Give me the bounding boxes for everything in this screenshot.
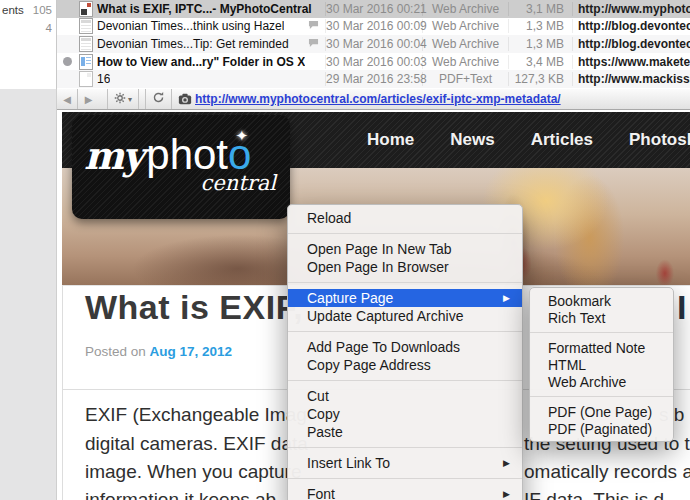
webarchive-icon [79, 18, 93, 34]
menu-item-label: Bookmark [548, 293, 611, 309]
menu-item-web-archive[interactable]: Web Archive [530, 373, 673, 390]
menu-item-html[interactable]: HTML [530, 356, 673, 373]
forward-icon: ▶ [85, 94, 93, 105]
sidebar-item-documents[interactable]: ents 105 [0, 0, 56, 18]
menu-separator [288, 227, 522, 240]
body-text-left: information it keeps ab [85, 489, 276, 500]
menu-item-label: PDF (Paginated) [548, 421, 652, 437]
menu-item-label: Capture Page [307, 290, 393, 306]
nav-item-home[interactable]: Home [367, 130, 414, 150]
sidebar-item-second[interactable]: 4 [0, 18, 56, 36]
body-text-right: IF data. This is d [524, 489, 664, 500]
table-row[interactable]: 1629 Mar 2016 23:58PDF+Text127,3 KBhttp:… [57, 70, 690, 88]
body-text-left: digital cameras. EXIF data [85, 433, 308, 455]
menu-item-copy-page-address[interactable]: Copy Page Address [288, 356, 522, 374]
logo-tagline: central [201, 171, 276, 195]
menu-item-label: Reload [307, 210, 351, 226]
menu-separator [530, 326, 673, 339]
menu-item-font[interactable]: Font▶ [288, 485, 522, 500]
item-name: What is EXIF, IPTC...- MyPhotoCentral [97, 2, 312, 16]
reload-button[interactable] [145, 89, 172, 109]
site-logo[interactable]: myphoto✦ central [72, 115, 290, 219]
menu-item-label: PDF (One Page) [548, 404, 652, 420]
table-row[interactable]: What is EXIF, IPTC...- MyPhotoCentral30 … [57, 0, 690, 18]
menu-item-rich-text[interactable]: Rich Text [530, 309, 673, 326]
submenu-arrow-icon: ▶ [503, 458, 510, 468]
nav-item-news[interactable]: News [450, 130, 494, 150]
menu-separator [288, 325, 522, 338]
nav-item-photoshop[interactable]: Photoshop [629, 130, 690, 150]
item-kind: PDF+Text [422, 72, 508, 86]
sparkle-icon: ✦ [235, 127, 248, 145]
item-name: Devonian Times...think using Hazel [97, 19, 284, 33]
item-name: 16 [97, 72, 110, 86]
actions-button[interactable]: ▾ [107, 89, 139, 109]
sidebar-item-label: ents [2, 4, 24, 16]
menu-item-copy[interactable]: Copy [288, 405, 522, 423]
menu-item-update-captured-archive[interactable]: Update Captured Archive [288, 307, 522, 325]
menu-item-pdf-one-page[interactable]: PDF (One Page) [530, 403, 673, 420]
menu-separator [288, 374, 522, 387]
menu-item-label: Copy Page Address [307, 357, 431, 373]
menu-item-insert-link-to[interactable]: Insert Link To▶ [288, 454, 522, 472]
item-size: 1,3 MB [508, 37, 572, 51]
item-size: 127,3 KB [508, 72, 572, 86]
item-name: Devonian Times...Tip: Get reminded [97, 37, 289, 51]
reload-icon [152, 90, 165, 108]
menu-item-bookmark[interactable]: Bookmark [530, 292, 673, 309]
webarchive-blue-icon [79, 54, 93, 70]
app-window: ents 105 4 What is EXIF, IPTC...- MyPhot… [0, 0, 690, 500]
menu-separator [530, 390, 673, 403]
menu-item-paste[interactable]: Paste [288, 423, 522, 441]
menu-separator [288, 441, 522, 454]
menu-item-capture-page[interactable]: Capture Page▶ [288, 289, 522, 307]
menu-item-label: Font [307, 486, 335, 500]
menu-item-add-page-to-downloads[interactable]: Add Page To Downloads [288, 338, 522, 356]
menu-item-open-page-in-browser[interactable]: Open Page In Browser [288, 258, 522, 276]
back-icon: ◀ [63, 94, 71, 105]
page-url-link[interactable]: http://www.myphotocentral.com/articles/e… [195, 92, 561, 106]
item-list: What is EXIF, IPTC...- MyPhotoCentral30 … [57, 0, 690, 90]
item-date: 30 Mar 2016 00:04 [325, 37, 422, 51]
capture-page-submenu: BookmarkRich TextFormatted NoteHTMLWeb A… [529, 287, 674, 442]
posted-date-link[interactable]: Aug 17, 2012 [150, 344, 233, 359]
article-title: What is EXIF, [85, 288, 303, 327]
forward-button[interactable]: ▶ [78, 89, 99, 109]
item-kind: Web Archive [422, 19, 508, 33]
menu-item-formatted-note[interactable]: Formatted Note [530, 339, 673, 356]
table-row[interactable]: Devonian Times...Tip: Get reminded30 Mar… [57, 35, 690, 53]
menu-item-cut[interactable]: Cut [288, 387, 522, 405]
gear-icon [114, 90, 126, 108]
item-date: 29 Mar 2016 23:58 [325, 72, 422, 86]
menu-item-pdf-paginated[interactable]: PDF (Paginated) [530, 420, 673, 437]
posted-line: Posted on Aug 17, 2012 [85, 344, 232, 359]
browser-toolbar: ◀ ▶ ▾ http://www.myphotocentral.com/arti… [57, 89, 690, 110]
item-date: 30 Mar 2016 00:03 [325, 55, 422, 69]
table-row[interactable]: Devonian Times...think using Hazel30 Mar… [57, 18, 690, 36]
sidebar-item-count: 4 [46, 22, 52, 34]
submenu-arrow-icon: ▶ [503, 293, 510, 303]
nav-item-articles[interactable]: Articles [531, 130, 593, 150]
menu-item-open-page-in-new-tab[interactable]: Open Page In New Tab [288, 240, 522, 258]
menu-item-label: Open Page In Browser [307, 259, 449, 275]
body-text-right: omatically records all [524, 461, 690, 483]
menu-item-label: Update Captured Archive [307, 308, 463, 324]
item-url: http://www.myphoto [572, 2, 690, 16]
menu-item-label: Copy [307, 406, 340, 422]
item-size: 3,4 MB [508, 55, 572, 69]
menu-item-reload[interactable]: Reload [288, 209, 522, 227]
chevron-down-icon: ▾ [128, 95, 132, 104]
item-url: http://blog.devontech [572, 37, 690, 51]
webarchive-icon [79, 36, 93, 52]
menu-separator [288, 472, 522, 485]
back-button[interactable]: ◀ [57, 89, 78, 109]
unread-dot-icon [63, 57, 72, 66]
sidebar: ents 105 4 [0, 0, 57, 89]
sidebar-item-count: 105 [33, 4, 52, 16]
menu-separator [288, 276, 522, 289]
item-name: How to View and...ry" Folder in OS X [97, 55, 305, 69]
body-text-left: EXIF (Exchangeable Imag [85, 404, 307, 426]
table-row[interactable]: How to View and...ry" Folder in OS X30 M… [57, 53, 690, 71]
item-kind: Web Archive [422, 2, 508, 16]
comment-bubble-icon [308, 19, 319, 33]
